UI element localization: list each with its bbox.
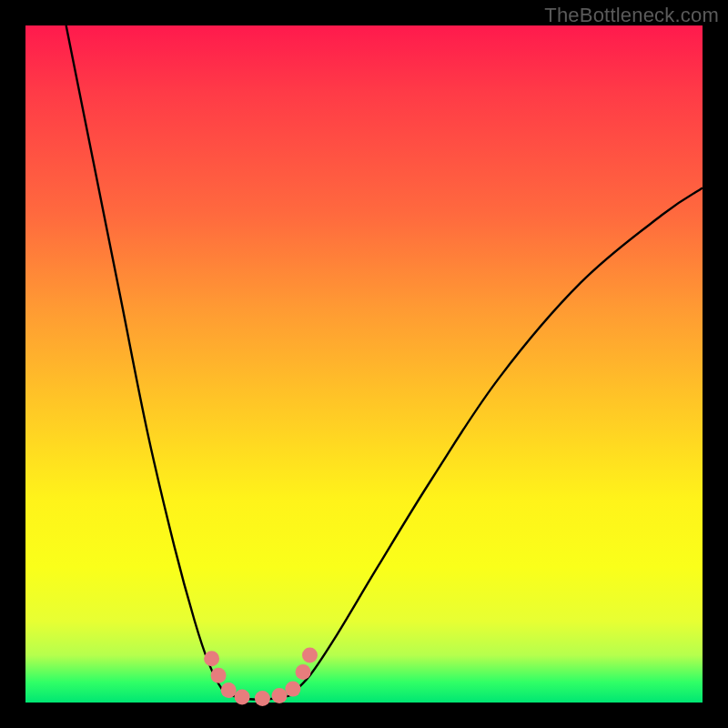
watermark-text: TheBottleneck.com [544, 4, 719, 27]
valley-marker-dot [296, 664, 311, 680]
curve-right-branch [289, 188, 703, 696]
plot-area [25, 25, 703, 703]
chart-frame: TheBottleneck.com [0, 0, 728, 728]
valley-marker-dot [204, 651, 219, 666]
valley-marker-dot [285, 682, 300, 697]
curve-left-branch [66, 25, 232, 696]
valley-marker-dot [235, 690, 250, 705]
valley-marker-dot [221, 682, 237, 698]
valley-marker-dot [302, 647, 318, 662]
valley-marker-dot [255, 691, 270, 706]
valley-marker-dot [211, 668, 227, 683]
valley-marker-dot [272, 688, 288, 703]
valley-markers [204, 647, 318, 706]
curve-svg [25, 25, 703, 703]
